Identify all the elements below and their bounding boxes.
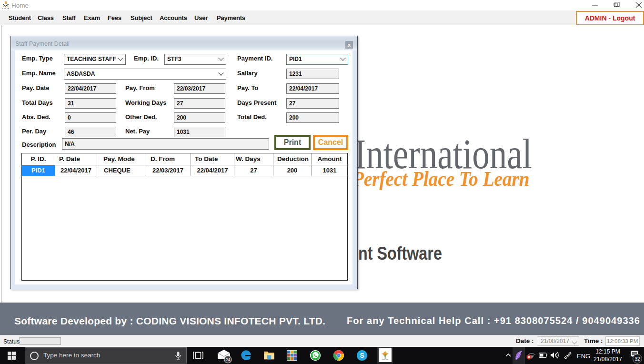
svg-text:VISIONS: VISIONS xyxy=(382,359,389,361)
svg-text:24: 24 xyxy=(225,357,230,362)
svg-text:32: 32 xyxy=(634,356,640,362)
svg-text:S: S xyxy=(360,352,364,359)
